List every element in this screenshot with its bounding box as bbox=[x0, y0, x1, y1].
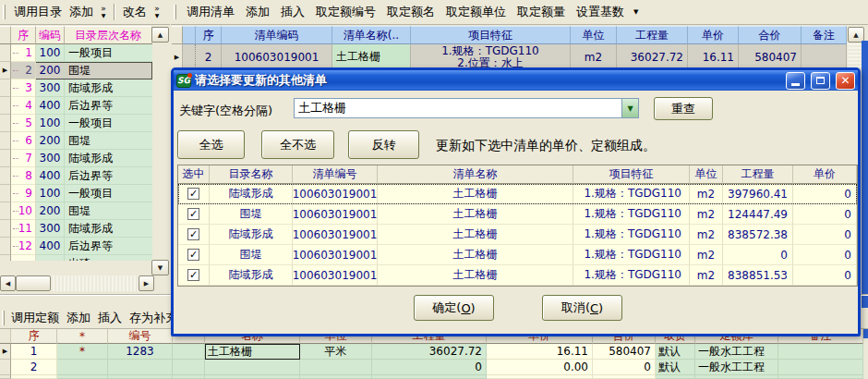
call-list-button[interactable]: 调用清单 bbox=[181, 3, 240, 21]
table-row-selected[interactable]: ▶ 2 100603019001 土工格栅 1.规格：TGDG1102.位置：水… bbox=[172, 44, 847, 67]
table-row[interactable]: 11300陆域形成 bbox=[0, 220, 152, 238]
scrollbar-thumb[interactable] bbox=[16, 275, 51, 291]
scroll-right-icon[interactable]: ▶ bbox=[139, 275, 154, 291]
header-code: 清单编号 bbox=[293, 165, 378, 184]
table-row-selected[interactable]: ▶2200围堤 bbox=[0, 62, 152, 79]
minimize-button[interactable] bbox=[786, 72, 805, 90]
toolbar-separator bbox=[114, 4, 115, 20]
select-all-button[interactable]: 全选 bbox=[177, 130, 245, 159]
header-seq: 序 bbox=[11, 26, 36, 44]
toolbar-overflow-icon[interactable]: »▼ bbox=[97, 6, 110, 18]
quota-table: 序 * 编号 名称 单位 工程量 单价 合价 取费 定额库 备注 ▶ 1 * 1… bbox=[0, 329, 863, 379]
scroll-left-icon[interactable]: ◀ bbox=[0, 275, 16, 291]
header-unit: 单位 bbox=[690, 165, 723, 184]
table-row[interactable]: 3300陆域形成 bbox=[0, 79, 152, 97]
table-row-partial bbox=[0, 375, 863, 379]
header-qty: 工程量 bbox=[723, 165, 793, 184]
table-row[interactable]: 6200围堤 bbox=[0, 132, 152, 150]
set-base-button[interactable]: 设置基数 bbox=[571, 3, 630, 21]
header-indicator-cell bbox=[0, 329, 11, 344]
table-row[interactable]: ✓ 围堤 100603019001 土工格栅 1.规格：TGDG110 m2 1… bbox=[178, 204, 857, 225]
table-row[interactable]: 12400后边界等 bbox=[0, 238, 152, 255]
horizontal-scrollbar: ◀ ▶ bbox=[0, 275, 154, 291]
cancel-button[interactable]: 取消(C) bbox=[542, 295, 622, 321]
toolbar-overflow-icon[interactable]: »▼ bbox=[151, 6, 163, 18]
add-button[interactable]: 添加 bbox=[240, 3, 275, 21]
table-row[interactable]: ✓ 陆域形成 100603019001 土工格栅 1.规格：TGDG110 m2… bbox=[178, 225, 857, 245]
rename-button[interactable]: 改名 bbox=[119, 3, 151, 21]
keyword-combobox[interactable]: 土工格栅 ▼ bbox=[294, 98, 639, 118]
table-row[interactable]: 1100一般项目 bbox=[0, 44, 152, 62]
dialog-titlebar[interactable]: SG 请选择要更新的其他清单 ✕ bbox=[174, 70, 858, 91]
list-table-header: 序 清单编码 清单名称(.. 项目特征 单位 工程量 单价 合价 备注 bbox=[172, 26, 847, 44]
take-quota-code-button[interactable]: 取定额编号 bbox=[310, 3, 381, 21]
select-none-button[interactable]: 全不选 bbox=[261, 130, 334, 159]
toolbar-grip[interactable] bbox=[3, 5, 6, 19]
table-row[interactable]: 4400后边界等 bbox=[0, 97, 152, 115]
row-checkbox[interactable]: ✓ bbox=[187, 228, 199, 240]
focused-cell[interactable]: 土工格栅 bbox=[205, 344, 300, 360]
call-quota-button[interactable]: 调用定额 bbox=[7, 309, 63, 327]
table-row-selected[interactable]: ▶ 1 * 1283 土工格栅 平米 36027.72 16.11 580407… bbox=[0, 344, 863, 360]
header-code: 编码 bbox=[36, 26, 65, 44]
toolbar-dropdown-icon[interactable]: ▼ bbox=[633, 8, 638, 16]
header-star: * bbox=[57, 329, 108, 344]
table-row[interactable]: 10200围堤 bbox=[0, 202, 152, 220]
maximize-icon bbox=[816, 77, 825, 84]
table-row-partial[interactable]: 出碴 bbox=[0, 255, 152, 261]
take-quota-qty-button[interactable]: 取定额量 bbox=[512, 3, 571, 21]
row-group-cell bbox=[183, 44, 196, 67]
row-pointer-icon: ▶ bbox=[0, 344, 11, 360]
table-row[interactable]: 8400后边界等 bbox=[0, 167, 152, 185]
dialog-title: 请选择要更新的其他清单 bbox=[195, 72, 780, 89]
close-button[interactable]: ✕ bbox=[836, 72, 855, 90]
call-catalog-button[interactable]: 调用目录 bbox=[10, 3, 66, 21]
header-checked: 选中 bbox=[178, 165, 210, 184]
catalog-table-header: 序 编码 目录层次名称 bbox=[0, 26, 152, 44]
keyword-label: 关键字(空格分隔) bbox=[179, 103, 272, 119]
requery-button[interactable]: 重查 bbox=[654, 97, 713, 120]
header-price: 单价 bbox=[793, 165, 857, 184]
list-toolbar: 调用清单 添加 插入 取定额编号 取定额名 取定额单位 取定额量 设置基数 ▼ bbox=[171, 0, 868, 25]
add-catalog-button[interactable]: 添加 bbox=[66, 3, 97, 21]
catalog-toolbar: 调用目录 添加 »▼ 改名 »▼ bbox=[0, 0, 170, 25]
toolbar-grip[interactable] bbox=[2, 311, 5, 325]
table-row[interactable]: 5100一般项目 bbox=[0, 115, 152, 132]
minimize-icon bbox=[791, 83, 800, 86]
take-quota-unit-button[interactable]: 取定额单位 bbox=[440, 3, 512, 21]
row-checkbox[interactable]: ✓ bbox=[187, 249, 199, 261]
checkmark-icon: ✓ bbox=[189, 250, 198, 260]
table-row[interactable]: 2 0 0.00 0 默认 一般水工工程 bbox=[0, 360, 863, 375]
scroll-down-icon[interactable]: ▼ bbox=[151, 260, 169, 275]
ok-button[interactable]: 确定(O) bbox=[414, 295, 494, 321]
table-row[interactable]: 9100一般项目 bbox=[0, 185, 152, 202]
combobox-dropdown-icon[interactable]: ▼ bbox=[621, 99, 638, 117]
table-row[interactable]: ✓ 陆域形成 100603019001 土工格栅 1.规格：TGDG110 m2… bbox=[178, 184, 857, 204]
add-button[interactable]: 添加 bbox=[63, 309, 94, 327]
insert-button[interactable]: 插入 bbox=[94, 309, 126, 327]
insert-button[interactable]: 插入 bbox=[275, 3, 310, 21]
maximize-button[interactable] bbox=[811, 72, 830, 90]
header-name: 清单名称 bbox=[378, 165, 573, 184]
header-feature: 项目特征 bbox=[573, 165, 690, 184]
list-table: 序 清单编码 清单名称(.. 项目特征 单位 工程量 单价 合价 备注 ▶ 2 … bbox=[172, 26, 847, 67]
scroll-up-icon[interactable]: ▲ bbox=[151, 27, 169, 43]
take-quota-name-button[interactable]: 取定额名 bbox=[381, 3, 440, 21]
header-total: 合价 bbox=[739, 26, 802, 44]
close-icon: ✕ bbox=[840, 74, 850, 87]
toolbar-grip[interactable] bbox=[174, 5, 176, 19]
table-row[interactable]: 7300陆域形成 bbox=[0, 150, 152, 167]
invert-selection-button[interactable]: 反转 bbox=[348, 130, 419, 159]
row-checkbox[interactable]: ✓ bbox=[187, 188, 199, 200]
header-list-code: 清单编码 bbox=[222, 26, 332, 44]
header-list-name: 清单名称(.. bbox=[332, 26, 411, 44]
header-name: 目录层次名称 bbox=[65, 26, 152, 44]
row-checkbox[interactable]: ✓ bbox=[187, 269, 199, 281]
keyword-value[interactable]: 土工格栅 bbox=[295, 99, 621, 117]
scrollbar-track[interactable] bbox=[16, 275, 139, 291]
app-logo-icon: SG bbox=[176, 74, 191, 88]
table-row[interactable]: ✓ 陆域形成 100603019001 土工格栅 1.规格：TGDG110 m2… bbox=[178, 265, 857, 286]
header-qty: 工程量 bbox=[617, 26, 688, 44]
table-row[interactable]: ✓ 围堤 100603019001 土工格栅 1.规格：TGDG110 m2 0… bbox=[178, 245, 857, 265]
row-checkbox[interactable]: ✓ bbox=[187, 208, 199, 220]
